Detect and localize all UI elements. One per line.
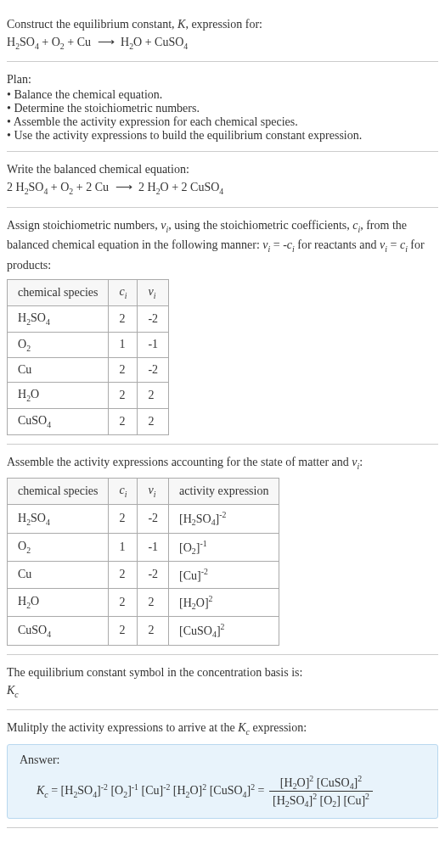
col-vi: νi: [138, 279, 169, 305]
stoich-intro: Assign stoichiometric numbers, νi, using…: [7, 216, 438, 274]
answer-label: Answer:: [20, 753, 425, 767]
activity-section: Assemble the activity expressions accoun…: [7, 445, 438, 655]
plan-item: Use the activity expressions to build th…: [7, 129, 438, 143]
activity-table: chemical species ci νi activity expressi…: [7, 478, 279, 645]
answer-equation: Kc = [H2SO4]-2 [O2]-1 [Cu]-2 [H2O]2 [CuS…: [37, 774, 425, 809]
col-vi: νi: [138, 479, 169, 505]
table-row: H2O22: [8, 383, 169, 409]
col-species: chemical species: [8, 279, 109, 305]
plan-item: Balance the chemical equation.: [7, 88, 438, 102]
table-row: O21-1: [8, 332, 169, 358]
activity-intro: Assemble the activity expressions accoun…: [7, 453, 438, 473]
table-row: CuSO422[CuSO4]2: [8, 617, 279, 645]
header-section: Construct the equilibrium constant, K, e…: [7, 7, 438, 62]
answer-box: Answer: Kc = [H2SO4]-2 [O2]-1 [Cu]-2 [H2…: [7, 744, 438, 819]
col-species: chemical species: [8, 479, 109, 505]
col-expr: activity expression: [169, 479, 279, 505]
plan-item: Assemble the activity expression for eac…: [7, 115, 438, 129]
stoich-section: Assign stoichiometric numbers, νi, using…: [7, 208, 438, 445]
table-row: O21-1[O2]-1: [8, 533, 279, 561]
table-row: H2O22[H2O]2: [8, 588, 279, 616]
symbol-line2: Kc: [7, 681, 438, 701]
table-row: CuSO422: [8, 409, 169, 435]
symbol-line1: The equilibrium constant symbol in the c…: [7, 664, 438, 681]
plan-section: Plan: Balance the chemical equation. Det…: [7, 62, 438, 152]
balanced-title: Write the balanced chemical equation:: [7, 160, 438, 178]
header-line1: Construct the equilibrium constant, K, e…: [7, 15, 438, 33]
balanced-section: Write the balanced chemical equation: 2 …: [7, 152, 438, 207]
col-ci: ci: [109, 279, 138, 305]
table-row: H2SO42-2[H2SO4]-2: [8, 505, 279, 533]
col-ci: ci: [109, 479, 138, 505]
symbol-section: The equilibrium constant symbol in the c…: [7, 655, 438, 710]
table-row: Cu2-2: [8, 358, 169, 383]
multiply-intro: Mulitply the activity expressions to arr…: [7, 719, 438, 738]
plan-item: Determine the stoichiometric numbers.: [7, 102, 438, 115]
table-row: H2SO42-2: [8, 305, 169, 332]
plan-list: Balance the chemical equation. Determine…: [7, 88, 438, 143]
stoich-table: chemical species ci νi H2SO42-2 O21-1 Cu…: [7, 279, 169, 435]
table-row: Cu2-2[Cu]-2: [8, 562, 279, 589]
header-equation: H2SO4 + O2 + Cu ⟶ H2O + CuSO4: [7, 33, 438, 53]
plan-title: Plan:: [7, 70, 438, 88]
multiply-section: Mulitply the activity expressions to arr…: [7, 710, 438, 827]
balanced-equation: 2 H2SO4 + O2 + 2 Cu ⟶ 2 H2O + 2 CuSO4: [7, 178, 438, 198]
